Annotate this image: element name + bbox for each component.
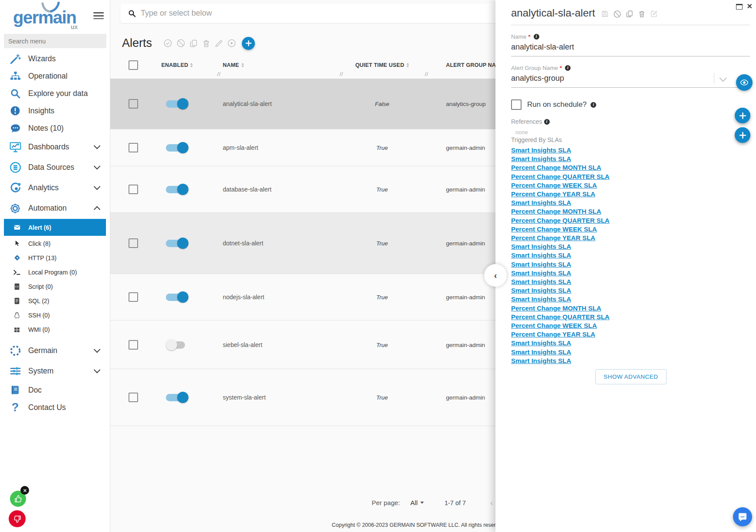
sla-link[interactable]: Percent Change QUARTER SLA	[511, 313, 750, 321]
sla-link[interactable]: Smart Insights SLA	[511, 198, 750, 207]
collapse-panel-button[interactable]: ‹	[484, 264, 507, 287]
sla-link[interactable]: Smart Insights SLA	[511, 251, 750, 260]
global-search-input[interactable]	[140, 8, 402, 18]
sla-link[interactable]: Percent Change QUARTER SLA	[511, 216, 750, 225]
info-icon[interactable]	[534, 34, 539, 40]
sidebar-item-contact-us[interactable]: ? Contact Us	[0, 399, 110, 416]
copy-icon[interactable]	[626, 10, 634, 18]
sla-link[interactable]: Smart Insights SLA	[511, 295, 750, 304]
info-icon[interactable]	[591, 102, 596, 108]
sla-link[interactable]: Percent Change QUARTER SLA	[511, 172, 750, 181]
info-icon[interactable]	[544, 119, 550, 125]
row-checkbox[interactable]	[129, 393, 138, 402]
ban-icon[interactable]	[613, 10, 621, 18]
row-checkbox[interactable]	[129, 238, 138, 248]
row-checkbox[interactable]	[129, 292, 138, 302]
run-on-schedule-checkbox[interactable]	[511, 99, 522, 110]
row-checkbox[interactable]	[129, 340, 138, 350]
chat-button[interactable]	[733, 507, 752, 526]
column-header-enabled[interactable]: ENABLED	[153, 62, 201, 68]
add-triggered-sla-button[interactable]	[735, 127, 750, 143]
sla-link[interactable]: Smart Insights SLA	[511, 260, 750, 269]
add-reference-button[interactable]	[735, 108, 750, 123]
edit-icon[interactable]	[650, 10, 658, 18]
row-checkbox[interactable]	[129, 99, 138, 109]
circle-check-icon[interactable]	[163, 39, 172, 48]
sidebar-item-dashboards[interactable]: Dashboards	[0, 137, 110, 157]
info-icon[interactable]	[565, 65, 571, 71]
play-circle-icon[interactable]	[227, 39, 236, 48]
sidebar-item-doc[interactable]: Doc	[0, 381, 110, 399]
sidebar-item-germain[interactable]: Germain	[0, 340, 110, 361]
enabled-toggle[interactable]	[166, 238, 188, 249]
per-page-select[interactable]: All	[410, 499, 424, 506]
sidebar-item-wizards[interactable]: Wizards	[0, 50, 110, 67]
sidebar-item-click[interactable]: Click (8)	[0, 236, 110, 251]
save-icon[interactable]	[601, 10, 609, 18]
column-header-quiet-time[interactable]: QUIET TIME USED	[353, 62, 411, 68]
sla-link[interactable]: Smart Insights SLA	[511, 269, 750, 278]
enabled-toggle[interactable]	[166, 392, 188, 403]
select-all-checkbox[interactable]	[129, 60, 138, 70]
column-resize-grip[interactable]	[217, 72, 221, 76]
sla-link[interactable]: Percent Change MONTH SLA	[511, 207, 750, 216]
sidebar-item-ssh[interactable]: SSH (0)	[0, 308, 110, 322]
germain-logo[interactable]: germain ux	[13, 3, 76, 31]
sidebar-item-system[interactable]: System	[0, 361, 110, 381]
sla-link[interactable]: Percent Change YEAR SLA	[511, 190, 750, 198]
sla-link[interactable]: Smart Insights SLA	[511, 242, 750, 251]
sidebar-item-http[interactable]: HTTP (13)	[0, 251, 110, 265]
sidebar-item-local-program[interactable]: Local Program (0)	[0, 265, 110, 279]
sidebar-item-explore[interactable]: Explore your data	[0, 85, 110, 102]
sla-link[interactable]: Smart Insights SLA	[511, 286, 750, 295]
enabled-toggle[interactable]	[166, 98, 188, 109]
thumbs-down-button[interactable]	[9, 510, 26, 527]
enabled-toggle[interactable]	[166, 142, 188, 153]
column-resize-grip[interactable]	[424, 72, 429, 76]
sla-link[interactable]: Smart Insights SLA	[511, 348, 750, 357]
sidebar-item-operational[interactable]: Operational	[0, 67, 110, 85]
sla-link[interactable]: Smart Insights SLA	[511, 146, 750, 155]
sla-link[interactable]: Percent Change MONTH SLA	[511, 304, 750, 313]
sla-link[interactable]: Percent Change WEEK SLA	[511, 181, 750, 190]
menu-search-input[interactable]	[4, 34, 106, 48]
sidebar-item-alert[interactable]: Alert (6)	[4, 219, 106, 236]
sidebar-item-sql[interactable]: SQL (2)	[0, 294, 110, 308]
sla-link[interactable]: Percent Change YEAR SLA	[511, 234, 750, 242]
column-resize-grip[interactable]	[339, 72, 343, 76]
sla-link[interactable]: Smart Insights SLA	[511, 155, 750, 163]
hamburger-menu-icon[interactable]	[93, 10, 104, 21]
sidebar-item-data-sources[interactable]: Data Sources	[0, 157, 110, 178]
sidebar-item-analytics[interactable]: Analytics	[0, 178, 110, 198]
sidebar-item-insights[interactable]: Insights	[0, 102, 110, 119]
enabled-toggle[interactable]	[166, 339, 188, 350]
sla-link[interactable]: Smart Insights SLA	[511, 357, 750, 365]
sla-link[interactable]: Percent Change MONTH SLA	[511, 163, 750, 172]
dismiss-feedback-button[interactable]	[20, 486, 29, 495]
sla-link[interactable]: Percent Change WEEK SLA	[511, 321, 750, 330]
name-field[interactable]	[511, 40, 750, 56]
enabled-toggle[interactable]	[166, 184, 188, 195]
copy-icon[interactable]	[189, 39, 198, 48]
row-checkbox[interactable]	[129, 143, 138, 152]
sla-link[interactable]: Percent Change YEAR SLA	[511, 330, 750, 339]
sidebar-item-wmi[interactable]: WMI (0)	[0, 322, 110, 337]
previous-page-button[interactable]: ‹	[490, 499, 493, 507]
row-checkbox[interactable]	[129, 185, 138, 194]
add-alert-button[interactable]	[242, 37, 255, 50]
enabled-toggle[interactable]	[166, 291, 188, 303]
sla-link[interactable]: Smart Insights SLA	[511, 339, 750, 347]
column-header-name[interactable]: NAME	[223, 62, 244, 68]
trash-icon[interactable]	[638, 10, 646, 18]
pencil-icon[interactable]	[215, 39, 223, 48]
show-advanced-button[interactable]: SHOW ADVANCED	[595, 369, 667, 384]
sidebar-item-automation[interactable]: Automation	[0, 198, 110, 218]
close-icon[interactable]: ✕	[747, 3, 753, 10]
ban-icon[interactable]	[176, 39, 185, 48]
view-alert-group-button[interactable]	[736, 74, 753, 91]
sidebar-item-notes[interactable]: Notes (10)	[0, 119, 110, 137]
maximize-icon[interactable]	[736, 4, 743, 10]
sla-link[interactable]: Percent Change WEEK SLA	[511, 225, 750, 234]
trash-icon[interactable]	[202, 39, 211, 48]
sla-link[interactable]: Smart Insights SLA	[511, 278, 750, 286]
